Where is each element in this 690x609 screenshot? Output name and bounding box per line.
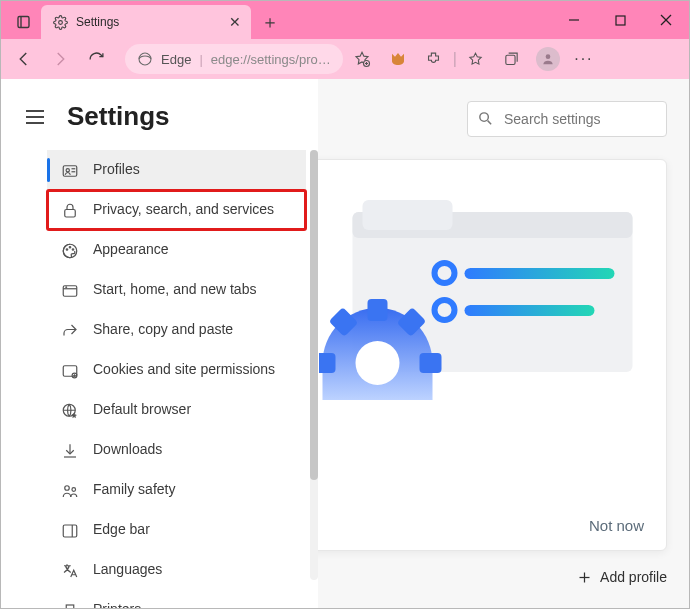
sidebar-item-label: Edge bar [93, 520, 150, 539]
sidebar-item-languages[interactable]: Languages [47, 550, 306, 590]
sidebar-item-edge[interactable]: Edge bar [47, 510, 306, 550]
svg-rect-51 [319, 353, 336, 373]
svg-rect-43 [363, 200, 453, 230]
add-profile-label: Add profile [600, 569, 667, 585]
sidebar-item-cookies[interactable]: Cookies and site permissions [47, 350, 306, 390]
address-bar[interactable]: Edge | edge://settings/pro… [125, 44, 343, 74]
browser-toolbar: Edge | edge://settings/pro… | ··· [1, 39, 689, 79]
svg-point-24 [66, 287, 67, 288]
sidebar-scrollbar-track[interactable] [310, 150, 318, 580]
add-profile-button[interactable]: Add profile [577, 569, 667, 585]
language-icon [61, 562, 79, 580]
svg-point-54 [356, 341, 400, 385]
svg-rect-17 [65, 210, 76, 218]
sidebar-item-default[interactable]: Default browser [47, 390, 306, 430]
svg-rect-50 [420, 353, 442, 373]
search-settings-input[interactable] [467, 101, 667, 137]
share-icon [61, 322, 79, 340]
browser-tab-settings[interactable]: Settings ✕ [41, 5, 251, 39]
sidebar-item-label: Family safety [93, 480, 175, 499]
svg-rect-22 [63, 286, 77, 297]
svg-point-21 [72, 249, 74, 251]
svg-rect-48 [368, 299, 388, 321]
svg-rect-45 [465, 268, 615, 279]
new-tab-button[interactable]: ＋ [255, 7, 285, 37]
close-tab-icon[interactable]: ✕ [229, 14, 241, 30]
svg-rect-47 [465, 305, 595, 316]
download-icon [61, 442, 79, 460]
sidebar-item-label: Privacy, search, and services [93, 200, 274, 219]
site-identity-label: Edge [161, 52, 191, 67]
svg-rect-0 [18, 17, 29, 28]
back-button[interactable] [7, 42, 41, 76]
family-icon [61, 482, 79, 500]
minimize-button[interactable] [551, 1, 597, 39]
profile-card-icon [61, 162, 79, 180]
card-dismiss-link[interactable]: Not now [589, 517, 644, 536]
page-title: Settings [67, 101, 170, 132]
svg-rect-34 [66, 605, 74, 609]
svg-point-19 [66, 249, 68, 251]
sidebar-item-privacy[interactable]: Privacy, search, and services [47, 190, 306, 230]
svg-point-9 [546, 54, 551, 59]
refresh-button[interactable] [79, 42, 113, 76]
collections-button[interactable] [495, 42, 529, 76]
edge-logo-icon [137, 51, 153, 67]
svg-rect-31 [63, 525, 77, 537]
printer-icon [61, 602, 79, 609]
lock-icon [61, 202, 79, 220]
sidebar-scrollbar-thumb[interactable] [310, 150, 318, 480]
tab-actions-button[interactable] [7, 5, 41, 39]
palette-icon [61, 242, 79, 260]
home-tab-icon [61, 282, 79, 300]
svg-point-1 [59, 20, 63, 24]
sidebar-item-profiles[interactable]: Profiles [47, 150, 306, 190]
tab-strip: Settings ✕ ＋ [1, 1, 285, 39]
tab-title: Settings [76, 15, 119, 29]
gear-icon [53, 15, 68, 30]
svg-point-29 [65, 486, 70, 491]
sidebar-item-label: Cookies and site permissions [93, 360, 275, 379]
sidebar-item-label: Downloads [93, 440, 162, 459]
plus-icon [577, 570, 592, 585]
cookie-icon [61, 362, 79, 380]
sidebar-item-share[interactable]: Share, copy and paste [47, 310, 306, 350]
sidebar-item-label: Share, copy and paste [93, 320, 233, 339]
settings-sidebar: ProfilesPrivacy, search, and servicesApp… [47, 150, 318, 609]
sidebar-item-family[interactable]: Family safety [47, 470, 306, 510]
svg-point-6 [139, 53, 151, 65]
menu-toggle-button[interactable] [23, 105, 47, 129]
fox-extension-icon[interactable] [381, 42, 415, 76]
svg-point-20 [69, 247, 71, 249]
sidebar-item-printers[interactable]: Printers [47, 590, 306, 609]
window-controls [551, 1, 689, 39]
favorites-button[interactable] [459, 42, 493, 76]
sidebar-item-start[interactable]: Start, home, and new tabs [47, 270, 306, 310]
window-titlebar: Settings ✕ ＋ [1, 1, 689, 39]
edge-bar-icon [61, 522, 79, 540]
close-window-button[interactable] [643, 1, 689, 39]
forward-button[interactable] [43, 42, 77, 76]
more-menu-button[interactable]: ··· [567, 42, 601, 76]
svg-point-39 [480, 113, 489, 122]
sidebar-item-label: Appearance [93, 240, 169, 259]
search-icon [477, 110, 494, 127]
sidebar-item-label: Printers [93, 600, 141, 609]
favorite-plus-button[interactable] [345, 42, 379, 76]
profile-avatar[interactable] [531, 42, 565, 76]
sidebar-item-appearance[interactable]: Appearance [47, 230, 306, 270]
sidebar-item-label: Languages [93, 560, 162, 579]
svg-rect-8 [506, 55, 515, 64]
settings-illustration [319, 190, 646, 400]
extensions-button[interactable] [417, 42, 451, 76]
svg-point-30 [72, 488, 76, 492]
sidebar-item-downloads[interactable]: Downloads [47, 430, 306, 470]
svg-line-40 [488, 121, 492, 125]
svg-point-14 [66, 169, 69, 172]
globe-star-icon [61, 402, 79, 420]
svg-rect-3 [616, 16, 625, 25]
url-text: edge://settings/pro… [211, 52, 331, 67]
sidebar-item-label: Default browser [93, 400, 191, 419]
profile-prompt-card: nt Not now [318, 159, 667, 551]
maximize-button[interactable] [597, 1, 643, 39]
